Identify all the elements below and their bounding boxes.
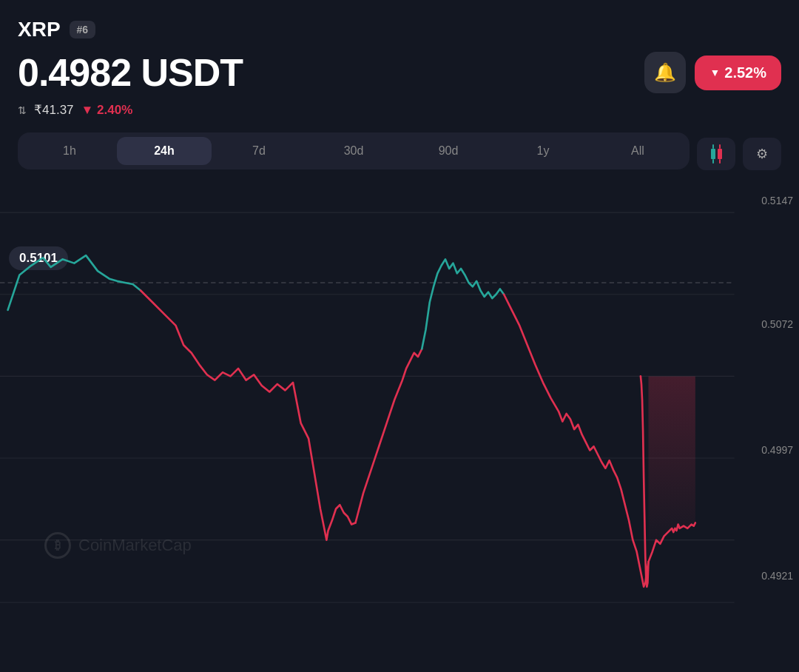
candlestick-button[interactable] <box>697 138 735 170</box>
inr-price: ₹41.37 <box>34 102 74 118</box>
price-chart <box>0 181 781 618</box>
inr-change: ▼ 2.40% <box>81 103 133 118</box>
tf-24h[interactable]: 24h <box>117 137 212 165</box>
tf-90d[interactable]: 90d <box>401 137 496 165</box>
bell-icon: 🔔 <box>654 62 676 83</box>
coin-name: XRP <box>18 18 61 41</box>
tf-1h[interactable]: 1h <box>22 137 117 165</box>
candlestick-icon <box>711 144 722 164</box>
chart-area: 0.5147 0.5072 0.4997 0.4921 0.5101 ₿ Coi… <box>0 181 799 618</box>
tf-30d[interactable]: 30d <box>306 137 401 165</box>
bell-button[interactable]: 🔔 <box>644 52 686 93</box>
timeframe-bar: 1h 24h 7d 30d 90d 1y All <box>18 132 690 169</box>
filter-icon: ⚙ <box>756 146 768 162</box>
rank-badge: #6 <box>70 21 96 38</box>
tf-7d[interactable]: 7d <box>212 137 306 165</box>
change-arrow: ▼ <box>709 67 720 78</box>
change-pct-value: 2.52% <box>724 64 766 81</box>
filter-button[interactable]: ⚙ <box>743 138 781 170</box>
tf-all[interactable]: All <box>590 137 685 165</box>
change-badge: ▼ 2.52% <box>695 56 781 90</box>
exchange-arrows-icon: ⇅ <box>18 104 27 116</box>
price-main: 0.4982 USDT <box>18 50 243 95</box>
tf-1y[interactable]: 1y <box>496 137 590 165</box>
